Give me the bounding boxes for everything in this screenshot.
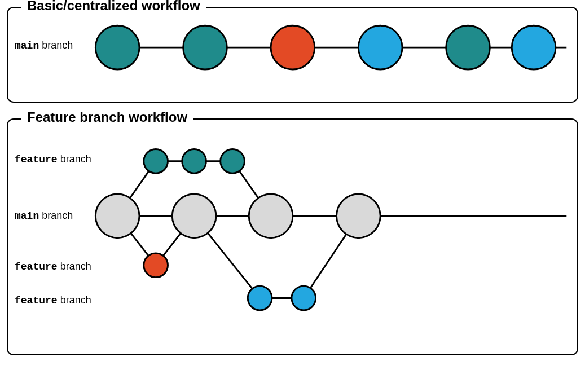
commit-node	[144, 253, 168, 278]
commit-node	[358, 25, 402, 69]
commit-node	[182, 149, 206, 173]
panel-title-basic: Basic/centralized workflow	[21, 0, 206, 14]
commit-node	[446, 25, 490, 69]
commit-node	[512, 25, 556, 69]
commit-node	[221, 149, 245, 173]
commit-node	[95, 194, 139, 238]
commit-node	[172, 194, 216, 238]
commit-node	[144, 149, 168, 173]
feature-workflow-panel: Feature branch workflow feature branch m…	[7, 118, 578, 355]
commit-node	[337, 194, 381, 238]
commit-node	[271, 25, 315, 69]
commit-node	[183, 25, 227, 69]
commit-node	[249, 194, 293, 238]
commit-node	[95, 25, 139, 69]
basic-workflow-panel: Basic/centralized workflow main branch	[7, 7, 578, 103]
basic-workflow-svg	[8, 14, 572, 87]
panel-title-feature: Feature branch workflow	[21, 109, 193, 125]
feature-workflow-svg	[8, 125, 572, 340]
commit-node	[292, 286, 316, 310]
commit-node	[248, 286, 272, 310]
